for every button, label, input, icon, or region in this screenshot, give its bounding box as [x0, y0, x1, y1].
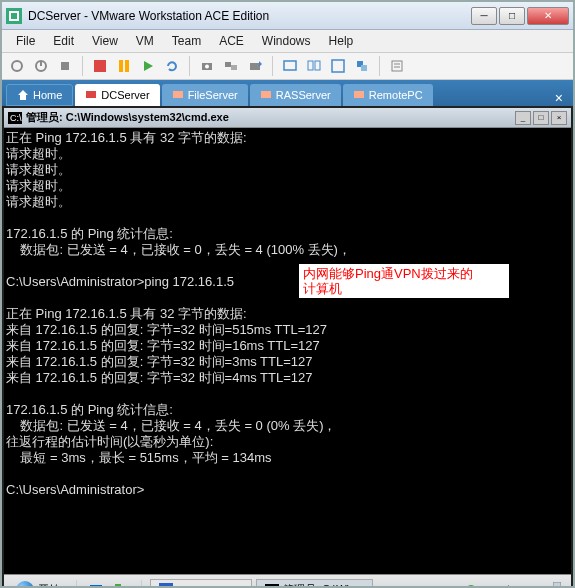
unity-icon[interactable] — [351, 55, 373, 77]
taskbar-item-label: 管理员: C:\Win... — [283, 582, 364, 588]
svg-rect-30 — [354, 91, 364, 98]
menu-view[interactable]: View — [84, 32, 126, 50]
start-button[interactable]: 开始 — [8, 579, 68, 589]
vm-icon — [260, 89, 272, 101]
menu-file[interactable]: File — [8, 32, 43, 50]
svg-marker-16 — [259, 61, 262, 67]
cmd-window: C:\ 管理员: C:\Windows\system32\cmd.exe _ □… — [4, 108, 571, 574]
menu-ace[interactable]: ACE — [211, 32, 252, 50]
minimize-button[interactable]: ─ — [471, 7, 497, 25]
tab-fileserver[interactable]: FileServer — [162, 84, 248, 106]
annotation-overlay: 内网能够Ping通VPN拨过来的 计算机 — [299, 264, 509, 298]
tab-label: RemotePC — [369, 89, 423, 101]
svg-marker-10 — [144, 61, 153, 71]
svg-marker-41 — [502, 585, 509, 589]
svg-rect-9 — [125, 60, 129, 72]
revert-icon[interactable] — [244, 55, 266, 77]
svg-rect-17 — [284, 61, 296, 70]
vm-console: C:\ 管理员: C:\Windows\system32\cmd.exe _ □… — [2, 106, 573, 588]
show-console-icon[interactable] — [279, 55, 301, 77]
menu-windows[interactable]: Windows — [254, 32, 319, 50]
svg-rect-33 — [90, 585, 102, 589]
tab-label: RASServer — [276, 89, 331, 101]
menubar: File Edit View VM Team ACE Windows Help — [2, 30, 573, 52]
quick-switch-icon[interactable] — [303, 55, 325, 77]
windows-orb-icon — [16, 581, 34, 589]
cmd-titlebar: C:\ 管理员: C:\Windows\system32\cmd.exe _ □… — [4, 108, 571, 128]
svg-rect-23 — [392, 61, 402, 71]
toolbar — [2, 52, 573, 80]
show-desktop-button[interactable] — [553, 582, 561, 589]
tray-icon[interactable] — [483, 584, 495, 589]
cmd-minimize-button[interactable]: _ — [515, 111, 531, 125]
svg-rect-20 — [332, 60, 344, 72]
cmd-title: 管理员: C:\Windows\system32\cmd.exe — [26, 110, 513, 125]
svg-rect-28 — [173, 91, 183, 98]
vm-icon — [353, 89, 365, 101]
app-icon — [6, 8, 22, 24]
svg-point-39 — [466, 585, 476, 589]
play-icon[interactable] — [137, 55, 159, 77]
taskbar-item[interactable]: W 2 Microsoft ... — [150, 579, 252, 589]
quick-launch-icon[interactable] — [111, 579, 133, 589]
cmd-close-button[interactable]: × — [551, 111, 567, 125]
start-label: 开始 — [38, 582, 60, 588]
menu-vm[interactable]: VM — [128, 32, 162, 50]
cmd-maximize-button[interactable]: □ — [533, 111, 549, 125]
svg-rect-19 — [315, 61, 320, 70]
terminal-text: 正在 Ping 172.16.1.5 具有 32 字节的数据: 请求超时。 请求… — [6, 130, 351, 497]
pause-icon[interactable] — [113, 55, 135, 77]
tab-label: Home — [33, 89, 62, 101]
fullscreen-icon[interactable] — [327, 55, 349, 77]
power-on-icon[interactable] — [30, 55, 52, 77]
word-icon: W — [159, 583, 173, 589]
svg-rect-2 — [11, 13, 17, 19]
cmd-icon: C:\ — [8, 112, 22, 124]
tab-dcserver[interactable]: DCServer — [75, 84, 159, 106]
tab-home[interactable]: Home — [6, 84, 73, 106]
tab-close-button[interactable]: × — [549, 90, 569, 106]
guest-taskbar: 开始 W 2 Microsoft ... 管理员: C:\Win... 10:5… — [4, 574, 571, 588]
titlebar: DCServer - VMware Workstation ACE Editio… — [2, 2, 573, 30]
volume-icon[interactable] — [501, 584, 513, 589]
snapshot-icon[interactable] — [196, 55, 218, 77]
svg-rect-29 — [261, 91, 271, 98]
system-tray: 10:50 — [459, 582, 567, 589]
suspend-icon[interactable] — [54, 55, 76, 77]
home-icon — [17, 89, 29, 101]
menu-help[interactable]: Help — [321, 32, 362, 50]
tab-rasserver[interactable]: RASServer — [250, 84, 341, 106]
window-title: DCServer - VMware Workstation ACE Editio… — [28, 9, 471, 23]
vm-icon — [172, 89, 184, 101]
tabbar: Home DCServer FileServer RASServer Remot… — [2, 80, 573, 106]
reset-icon[interactable] — [161, 55, 183, 77]
clock[interactable]: 10:50 — [519, 584, 547, 589]
svg-rect-34 — [115, 584, 121, 589]
quick-launch-icon[interactable] — [85, 579, 107, 589]
terminal-output[interactable]: 正在 Ping 172.16.1.5 具有 32 字节的数据: 请求超时。 请求… — [4, 128, 571, 574]
tab-label: FileServer — [188, 89, 238, 101]
svg-rect-42 — [553, 582, 561, 589]
maximize-button[interactable]: □ — [499, 7, 525, 25]
menu-edit[interactable]: Edit — [45, 32, 82, 50]
cmd-icon — [265, 584, 279, 589]
close-button[interactable]: ✕ — [527, 7, 569, 25]
svg-point-3 — [12, 61, 22, 71]
snapshot-manager-icon[interactable] — [220, 55, 242, 77]
tray-icon[interactable] — [465, 584, 477, 589]
summary-icon[interactable] — [386, 55, 408, 77]
menu-team[interactable]: Team — [164, 32, 209, 50]
svg-rect-14 — [231, 65, 237, 70]
svg-rect-38 — [265, 584, 279, 589]
vm-icon — [85, 89, 97, 101]
svg-rect-7 — [94, 60, 106, 72]
tab-label: DCServer — [101, 89, 149, 101]
power-off-icon[interactable] — [6, 55, 28, 77]
taskbar-item[interactable]: 管理员: C:\Win... — [256, 579, 373, 589]
svg-marker-26 — [18, 90, 28, 100]
svg-rect-8 — [119, 60, 123, 72]
tab-remotepc[interactable]: RemotePC — [343, 84, 433, 106]
stop-icon[interactable] — [89, 55, 111, 77]
taskbar-item-label: 2 Microsoft ... — [177, 584, 243, 589]
svg-text:W: W — [161, 585, 171, 589]
